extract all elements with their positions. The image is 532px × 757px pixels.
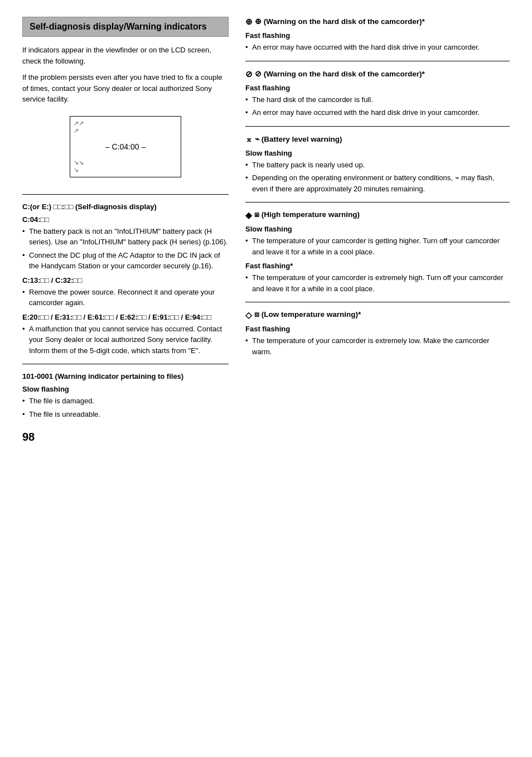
- intro-text-2: If the problem persists even after you h…: [22, 72, 229, 105]
- warn-files-bullets: The file is damaged. The file is unreada…: [22, 396, 229, 420]
- arrows-bl: ↘↘↘: [74, 159, 84, 173]
- divider-r1: [245, 61, 510, 61]
- page-number: 98: [22, 431, 229, 443]
- low-temp-bullet-1: The temperature of your camcorder is ext…: [245, 335, 510, 357]
- battery-warn-section: ⌅ ⌁ (Battery level warning) Slow flashin…: [245, 134, 510, 195]
- hdd-warn1-section: ⊕ ⊕ (Warning on the hard disk of the cam…: [245, 17, 510, 53]
- hdd-warn1-title: ⊕ ⊕ (Warning on the hard disk of the cam…: [245, 17, 510, 27]
- hdd-warn2-section: ⊘ ⊘ (Warning on the hard disk of the cam…: [245, 69, 510, 118]
- hdd-warn2-icon: ⊘: [245, 69, 253, 79]
- low-temp-icon: ◇: [245, 310, 252, 320]
- high-temp-fast-bullets: The temperature of your camcorder is ext…: [245, 272, 510, 294]
- low-temp-bullets: The temperature of your camcorder is ext…: [245, 335, 510, 357]
- high-temp-slow-flash: Slow flashing: [245, 225, 510, 233]
- warn-files-title: 101-0001 (Warning indicator pertaining t…: [22, 372, 229, 380]
- c04-label: C:04:□□: [22, 215, 229, 224]
- hdd-warn2-bullet-2: An error may have occurred with the hard…: [245, 107, 510, 118]
- c13-label: C:13:□□ / C:32:□□: [22, 276, 229, 285]
- left-column: Self-diagnosis display/Warning indicator…: [22, 17, 229, 443]
- e-codes-bullets: A malfunction that you cannot service ha…: [22, 324, 229, 356]
- divider-r3: [245, 202, 510, 202]
- arrows-tl: ↗↗↗: [74, 120, 84, 134]
- c13-bullet-1: Remove the power source. Reconnect it an…: [22, 287, 229, 308]
- battery-bullet-2: Depending on the operating environment o…: [245, 172, 510, 194]
- battery-bullets: The battery pack is nearly used up. Depe…: [245, 160, 510, 195]
- e-codes-label: E:20:□□ / E:31:□□ / E:61:□□ / E:62:□□ / …: [22, 313, 229, 321]
- divider-1: [22, 194, 229, 195]
- low-temp-title: ◇ ⧇ (Low temperature warning)*: [245, 310, 510, 320]
- low-temp-section: ◇ ⧇ (Low temperature warning)* Fast flas…: [245, 310, 510, 357]
- hdd-warn1-bullets: An error may have occurred with the hard…: [245, 42, 510, 53]
- high-temp-fast-bullet-1: The temperature of your camcorder is ext…: [245, 272, 510, 294]
- hdd-warn1-flash: Fast flashing: [245, 31, 510, 40]
- e-codes-bullet-1: A malfunction that you cannot service ha…: [22, 324, 229, 356]
- hdd-warn2-bullets: The hard disk of the camcorder is full. …: [245, 94, 510, 118]
- high-temp-icon: ◆: [245, 210, 252, 220]
- warn-files-bullet-2: The file is unreadable.: [22, 409, 229, 420]
- c13-bullets: Remove the power source. Reconnect it an…: [22, 287, 229, 308]
- hdd-warn1-bullet-1: An error may have occurred with the hard…: [245, 42, 510, 53]
- battery-bullet-1: The battery pack is nearly used up.: [245, 160, 510, 171]
- divider-2: [22, 364, 229, 364]
- battery-warn-icon: ⌅: [245, 134, 253, 144]
- high-temp-section: ◆ ⧆ (High temperature warning) Slow flas…: [245, 210, 510, 294]
- section-title: Self-diagnosis display/Warning indicator…: [22, 17, 229, 37]
- slow-flash-label: Slow flashing: [22, 385, 229, 393]
- battery-slow-flash: Slow flashing: [245, 149, 510, 157]
- c04-bullet-1: The battery pack is not an "InfoLITHIUM"…: [22, 226, 229, 248]
- low-temp-fast-flash: Fast flashing: [245, 325, 510, 333]
- intro-text-1: If indicators appear in the viewfinder o…: [22, 45, 229, 66]
- hdd-warn2-flash: Fast flashing: [245, 84, 510, 92]
- display-diagram: ↗↗↗ ↘↘↘ – C:04:00 –: [70, 116, 181, 177]
- high-temp-title: ◆ ⧆ (High temperature warning): [245, 210, 510, 220]
- display-code: – C:04:00 –: [105, 142, 146, 151]
- hdd-warn2-bullet-1: The hard disk of the camcorder is full.: [245, 94, 510, 105]
- warn-files-bullet-1: The file is damaged.: [22, 396, 229, 407]
- high-temp-slow-bullets: The temperature of your camcorder is get…: [245, 235, 510, 257]
- c04-bullets: The battery pack is not an "InfoLITHIUM"…: [22, 226, 229, 272]
- divider-r4: [245, 302, 510, 302]
- high-temp-slow-bullet-1: The temperature of your camcorder is get…: [245, 235, 510, 257]
- c04-bullet-2: Connect the DC plug of the AC Adaptor to…: [22, 250, 229, 272]
- hdd-warn2-title: ⊘ ⊘ (Warning on the hard disk of the cam…: [245, 69, 510, 79]
- battery-warn-title: ⌅ ⌁ (Battery level warning): [245, 134, 510, 144]
- right-column: ⊕ ⊕ (Warning on the hard disk of the cam…: [245, 17, 510, 443]
- self-diag-title: C:(or E:) □□:□□ (Self-diagnosis display): [22, 202, 229, 211]
- high-temp-fast-flash: Fast flashing*: [245, 262, 510, 270]
- divider-r2: [245, 126, 510, 127]
- hdd-warn1-icon: ⊕: [245, 17, 253, 27]
